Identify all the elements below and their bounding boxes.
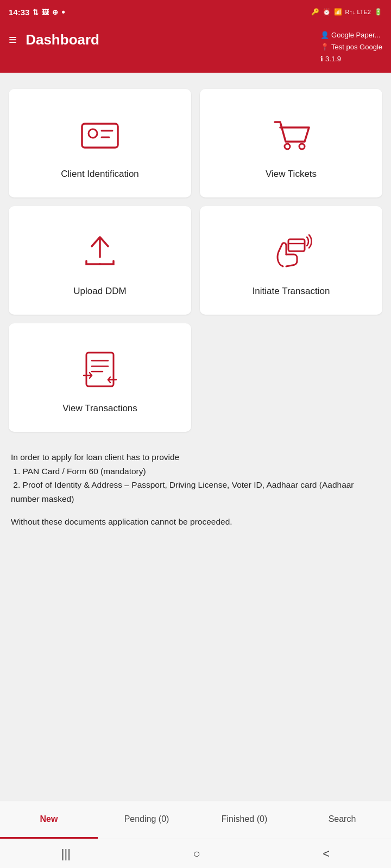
initiate-transaction-label: Initiate Transaction: [253, 286, 330, 297]
svg-rect-0: [82, 124, 118, 148]
tab-new-label: New: [40, 814, 58, 824]
recent-apps-button[interactable]: |||: [51, 843, 81, 865]
location-icon: 📍: [320, 41, 329, 53]
upload-icon: [75, 227, 124, 276]
tab-new[interactable]: New: [0, 801, 98, 839]
header-location: 📍 Test pos Google: [320, 41, 382, 53]
wifi-icon: 📶: [334, 8, 342, 16]
tab-finished[interactable]: Finished (0): [195, 801, 293, 839]
tab-pending[interactable]: Pending (0): [98, 801, 195, 839]
upload-ddm-label: Upload DDM: [73, 286, 126, 297]
header-right: 👤 Google Paper... 📍 Test pos Google ℹ 3.…: [320, 29, 382, 65]
user-name: Google Paper...: [331, 29, 380, 41]
view-transactions-card[interactable]: View Transactions: [9, 323, 191, 432]
header-title: Dashboard: [26, 31, 99, 48]
transactions-icon: [75, 344, 124, 393]
client-identification-card[interactable]: Client Identification: [9, 89, 191, 197]
view-tickets-card[interactable]: View Tickets: [200, 89, 382, 197]
status-whatsapp-icon: ⊕: [52, 8, 58, 16]
user-icon: 👤: [320, 29, 329, 41]
time-display: 14:33: [9, 8, 29, 17]
info-para2: Without these documents application cann…: [11, 515, 380, 529]
view-tickets-label: View Tickets: [266, 169, 317, 180]
card-grid-row3: View Transactions: [9, 323, 382, 432]
back-button[interactable]: <: [312, 843, 340, 865]
ticket-icon: [267, 110, 316, 159]
status-arrows: ⇅: [33, 8, 39, 16]
status-dot: •: [61, 7, 65, 18]
tab-search[interactable]: Search: [293, 801, 391, 839]
alarm-icon: ⏰: [323, 8, 331, 16]
client-identification-label: Client Identification: [61, 169, 139, 180]
empty-card-placeholder: [200, 323, 382, 432]
view-transactions-label: View Transactions: [62, 403, 137, 414]
key-icon: 🔑: [311, 8, 319, 16]
status-img-icon: 🖼: [42, 8, 49, 16]
card-grid-row2: Upload DDM Initiate Transaction: [9, 206, 382, 315]
status-bar: 14:33 ⇅ 🖼 ⊕ • 🔑 ⏰ 📶 R↑↓ LTE2 🔋: [0, 0, 391, 24]
tab-search-label: Search: [329, 814, 356, 824]
svg-point-4: [285, 144, 290, 149]
header-version: ℹ 3.1.9: [320, 53, 382, 65]
system-nav: ||| ○ <: [0, 839, 391, 868]
header-left: ≡ Dashboard: [9, 29, 99, 48]
status-right-icons: 🔑 ⏰ 📶 R↑↓ LTE2 🔋: [311, 8, 382, 16]
svg-rect-8: [288, 239, 305, 251]
initiate-transaction-card[interactable]: Initiate Transaction: [200, 206, 382, 315]
upload-ddm-card[interactable]: Upload DDM: [9, 206, 191, 315]
home-button[interactable]: ○: [182, 843, 211, 865]
info-icon: ℹ: [320, 53, 323, 65]
bottom-nav: New Pending (0) Finished (0) Search: [0, 801, 391, 839]
svg-point-1: [89, 129, 97, 138]
tab-pending-label: Pending (0): [124, 814, 169, 824]
location-text: Test pos Google: [331, 41, 382, 53]
battery-icon: 🔋: [374, 8, 382, 16]
header-user: 👤 Google Paper...: [320, 29, 382, 41]
status-time: 14:33 ⇅ 🖼 ⊕ •: [9, 7, 65, 18]
client-icon: [75, 110, 124, 159]
main-content: Client Identification View Tickets: [0, 73, 391, 821]
info-section: In order to apply for loan client has to…: [9, 445, 382, 542]
version-text: 3.1.9: [325, 53, 341, 65]
card-grid-row1: Client Identification View Tickets: [9, 89, 382, 197]
svg-point-5: [299, 144, 305, 149]
hamburger-menu[interactable]: ≡: [9, 31, 17, 48]
app-header: ≡ Dashboard 👤 Google Paper... 📍 Test pos…: [0, 24, 391, 73]
info-para1: In order to apply for loan client has to…: [11, 450, 380, 506]
tab-finished-label: Finished (0): [222, 814, 267, 824]
transaction-icon: [267, 227, 316, 276]
signal-icon: R↑↓ LTE2: [345, 9, 371, 15]
